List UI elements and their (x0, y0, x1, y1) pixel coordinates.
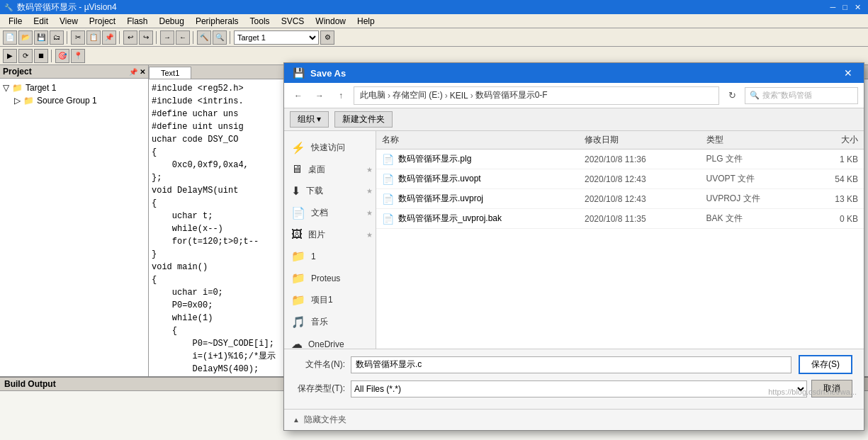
file-size-1: 54 KB (808, 174, 858, 184)
path-sep-2: › (470, 91, 473, 101)
file-date-2: 2020/10/8 12:43 (585, 194, 706, 204)
file-row-1[interactable]: 📄 数码管循环显示.uvopt 2020/10/8 12:43 UVOPT 文件… (376, 169, 864, 189)
organize-button[interactable]: 组织 ▾ (290, 111, 329, 128)
nav-project1[interactable]: 📁 项目1 (284, 289, 376, 311)
file-list-header: 名称 修改日期 类型 大小 (376, 131, 864, 150)
path-sep-1: › (445, 91, 448, 101)
dialog-address-bar: ← → ↑ 此电脑 › 存储空间 (E:) › KEIL › 数码管循环显示0-… (284, 83, 864, 108)
file-size-0: 1 KB (808, 154, 858, 164)
dialog-close-button[interactable]: ✕ (841, 67, 855, 79)
dialog-nav: ⚡ 快速访问 🖥 桌面 ★ ⬇ 下载 ★ 📄 文档 ★ (284, 131, 376, 349)
nav-music-label: 音乐 (311, 316, 328, 328)
project1-icon: 📁 (291, 293, 305, 307)
address-path[interactable]: 此电脑 › 存储空间 (E:) › KEIL › 数码管循环显示0-F (354, 86, 719, 105)
nav-desktop[interactable]: 🖥 桌面 ★ (284, 159, 376, 180)
search-box[interactable]: 🔍 搜索"数码管循 (745, 87, 858, 104)
nav-proteus-label: Proteus (311, 273, 340, 283)
file-date-3: 2020/10/8 11:35 (585, 214, 706, 224)
desktop-pin-icon: ★ (366, 166, 373, 174)
nav-pictures-label: 图片 (308, 229, 325, 241)
nav-documents-label: 文档 (311, 207, 328, 219)
quick-access-icon: ⚡ (291, 141, 305, 154)
dialog-body: ⚡ 快速访问 🖥 桌面 ★ ⬇ 下载 ★ 📄 文档 ★ (284, 131, 864, 349)
nav-downloads[interactable]: ⬇ 下载 ★ (284, 180, 376, 202)
path-part-3: 数码管循环显示0-F (475, 89, 548, 101)
path-part-2: KEIL (450, 91, 468, 101)
nav-folder-1-label: 1 (311, 252, 316, 261)
file-date-0: 2020/10/8 11:36 (585, 154, 706, 164)
file-type-2: UVPROJ 文件 (706, 193, 808, 205)
file-row-2[interactable]: 📄 数码管循环显示.uvproj 2020/10/8 12:43 UVPROJ … (376, 189, 864, 209)
nav-folder-1[interactable]: 📁 1 (284, 245, 376, 267)
hidden-files-label: 隐藏文件夹 (304, 414, 346, 426)
file-row-3[interactable]: 📄 数码管循环显示_uvproj.bak 2020/10/8 11:35 BAK… (376, 209, 864, 229)
downloads-pin-icon: ★ (366, 187, 373, 195)
col-date[interactable]: 修改日期 (585, 134, 706, 146)
search-icon: 🔍 (750, 91, 760, 100)
onedrive-icon: ☁ (291, 337, 303, 349)
documents-icon: 📄 (291, 206, 305, 220)
nav-quick-access: ⚡ 快速访问 (284, 137, 376, 159)
filename-row: 文件名(N): 保存(S) (295, 355, 852, 374)
new-folder-button[interactable]: 新建文件夹 (334, 111, 393, 128)
nav-downloads-label: 下载 (306, 185, 323, 197)
proteus-icon: 📁 (291, 271, 305, 285)
hidden-files-row[interactable]: ▲ 隐藏文件夹 (284, 409, 864, 430)
filename-label: 文件名(N): (295, 359, 345, 371)
desktop-icon: 🖥 (291, 163, 303, 176)
dialog-footer: 文件名(N): 保存(S) 保存类型(T): All Files (*.*) 取… (284, 349, 864, 409)
path-part-1: 存储空间 (E:) (393, 89, 443, 101)
file-icon-3: 📄 (382, 213, 394, 225)
pictures-pin-icon: ★ (366, 231, 373, 239)
file-type-3: BAK 文件 (706, 213, 808, 225)
filetype-select[interactable]: All Files (*.*) (351, 380, 807, 397)
col-name[interactable]: 名称 (382, 134, 585, 146)
back-button[interactable]: ← (290, 87, 307, 104)
nav-desktop-label: 桌面 (308, 164, 325, 176)
file-row-0[interactable]: 📄 数码管循环显示.plg 2020/10/8 11:36 PLG 文件 1 K… (376, 150, 864, 169)
dialog-file-list: 名称 修改日期 类型 大小 📄 数码管循环显示.plg 2020/10/8 11… (376, 131, 864, 349)
file-name-3: 📄 数码管循环显示_uvproj.bak (382, 213, 585, 225)
file-icon-1: 📄 (382, 174, 394, 185)
hidden-files-arrow-icon: ▲ (293, 416, 300, 424)
filetype-label: 保存类型(T): (295, 383, 345, 395)
col-size[interactable]: 大小 (808, 134, 858, 146)
nav-documents[interactable]: 📄 文档 ★ (284, 202, 376, 224)
nav-project1-label: 项目1 (311, 294, 333, 306)
dialog-toolbar: 组织 ▾ 新建文件夹 (284, 108, 864, 131)
nav-onedrive[interactable]: ☁ OneDrive (284, 333, 376, 349)
file-name-0: 📄 数码管循环显示.plg (382, 153, 585, 165)
documents-pin-icon: ★ (366, 209, 373, 217)
dialog-title: Save As (310, 68, 835, 79)
file-type-0: PLG 文件 (706, 153, 808, 165)
nav-pictures[interactable]: 🖼 图片 ★ (284, 224, 376, 245)
downloads-icon: ⬇ (291, 184, 300, 198)
watermark: https://blog.csdn.net/wa... (768, 388, 857, 396)
file-type-1: UVOPT 文件 (706, 173, 808, 185)
save-as-dialog: 💾 Save As ✕ ← → ↑ 此电脑 › 存储空间 (E:) › KEIL… (283, 62, 864, 431)
file-date-1: 2020/10/8 12:43 (585, 174, 706, 184)
nav-music[interactable]: 🎵 音乐 (284, 311, 376, 333)
file-icon-0: 📄 (382, 154, 394, 165)
file-name-2: 📄 数码管循环显示.uvproj (382, 193, 585, 205)
col-type[interactable]: 类型 (706, 134, 808, 146)
music-icon: 🎵 (291, 315, 305, 329)
save-button[interactable]: 保存(S) (799, 355, 852, 374)
nav-quick-access-label: 快速访问 (311, 142, 345, 154)
folder-1-icon: 📁 (291, 249, 305, 263)
up-button[interactable]: ↑ (332, 87, 349, 104)
file-size-3: 0 KB (808, 214, 858, 224)
nav-onedrive-label: OneDrive (308, 339, 344, 349)
path-part-0: 此电脑 (360, 89, 385, 101)
path-sep-0: › (388, 91, 390, 101)
dialog-overlay: 💾 Save As ✕ ← → ↑ 此电脑 › 存储空间 (E:) › KEIL… (0, 0, 868, 440)
file-size-2: 13 KB (808, 194, 858, 204)
refresh-button[interactable]: ↻ (723, 87, 740, 104)
filename-input[interactable] (351, 356, 791, 373)
forward-button[interactable]: → (311, 87, 328, 104)
dialog-icon: 💾 (293, 67, 305, 79)
search-placeholder: 搜索"数码管循 (762, 90, 812, 101)
pictures-icon: 🖼 (291, 228, 303, 241)
dialog-title-bar: 💾 Save As ✕ (284, 63, 864, 83)
nav-proteus[interactable]: 📁 Proteus (284, 267, 376, 289)
